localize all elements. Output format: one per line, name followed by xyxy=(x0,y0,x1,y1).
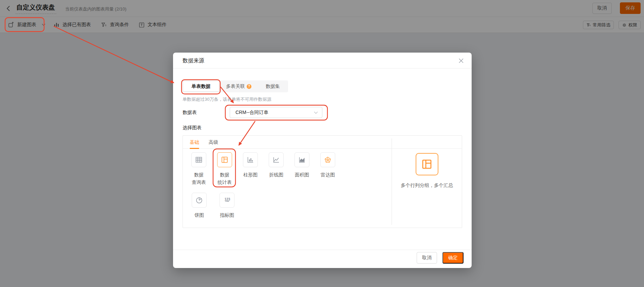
tab-single-table-label: 单表数据 xyxy=(192,83,211,90)
preview-icon-box xyxy=(416,153,438,175)
modal-cancel-button[interactable]: 取消 xyxy=(417,252,437,264)
tab-dataset[interactable]: 数据集 xyxy=(259,81,287,91)
close-button[interactable] xyxy=(458,58,464,64)
chart-picker: 基础 高级 数据查询表 数据统计表 xyxy=(183,135,462,228)
chart-type-column[interactable]: 柱形图 xyxy=(238,152,263,178)
chart-type-radar[interactable]: 雷达图 xyxy=(315,152,341,178)
chevron-down-icon xyxy=(314,111,318,114)
chart-type-pie[interactable]: 饼图 xyxy=(186,193,212,219)
chart-type-label: 面积图 xyxy=(289,171,315,178)
area-chart-icon xyxy=(298,156,306,164)
data-source-tabs: 单表数据 多表关联 ? 数据集 xyxy=(182,80,288,92)
chart-type-label: 统计表 xyxy=(212,178,238,186)
tab-basic[interactable]: 基础 xyxy=(190,136,199,149)
stats-table-icon xyxy=(421,158,433,170)
line-chart-icon xyxy=(272,156,280,164)
tab-single-table[interactable]: 单表数据 xyxy=(183,81,219,91)
chart-type-label: 指标图 xyxy=(214,211,240,219)
chart-type-label: 饼图 xyxy=(186,211,212,219)
data-table-select[interactable]: CRM--合同订单 xyxy=(230,107,322,118)
help-badge-icon[interactable]: ? xyxy=(247,84,251,89)
chart-type-line[interactable]: 折线图 xyxy=(263,152,289,178)
chart-type-label: 折线图 xyxy=(263,171,289,178)
chart-type-area[interactable]: 面积图 xyxy=(289,152,315,178)
chart-type-preview: 多个行列分组，多个汇总 xyxy=(392,136,462,228)
divider xyxy=(173,250,472,250)
choose-chart-label: 选择图表 xyxy=(183,125,202,131)
svg-text:123: 123 xyxy=(225,197,230,201)
chart-type-label: 查询表 xyxy=(186,178,212,186)
column-chart-icon xyxy=(246,156,254,164)
close-icon xyxy=(459,58,463,63)
helper-text: 单数据超过30万条，该表单将不可用作数据源 xyxy=(183,96,271,102)
chart-type-label: 数据 xyxy=(186,171,212,178)
pie-chart-icon xyxy=(195,196,203,204)
data-table-select-value: CRM--合同订单 xyxy=(235,110,314,116)
chart-type-metric[interactable]: 123 指标图 xyxy=(214,193,240,219)
chart-type-data-stats-table[interactable]: 数据统计表 xyxy=(212,152,238,186)
chart-type-data-query-table[interactable]: 数据查询表 xyxy=(186,152,212,186)
modal-title: 数据来源 xyxy=(183,53,204,69)
tab-advanced[interactable]: 高级 xyxy=(209,136,218,149)
radar-chart-icon xyxy=(324,156,332,164)
chart-type-label: 数据 xyxy=(212,171,238,178)
modal-header: 数据来源 xyxy=(173,53,472,69)
table-icon xyxy=(195,156,203,164)
tab-multi-table[interactable]: 多表关联 ? xyxy=(219,81,259,91)
tab-multi-table-label: 多表关联 xyxy=(226,83,245,90)
metric-icon: 123 xyxy=(223,196,231,204)
chart-type-label: 柱形图 xyxy=(238,171,263,178)
data-source-modal: 数据来源 单表数据 多表关联 ? 数据集 单数据超过30万条，该表单将不可用作数… xyxy=(173,53,472,268)
modal-confirm-button[interactable]: 确定 xyxy=(442,252,463,264)
stats-table-icon xyxy=(221,156,229,164)
chart-type-label: 雷达图 xyxy=(315,171,341,178)
preview-caption: 多个行列分组，多个汇总 xyxy=(401,183,453,189)
tab-dataset-label: 数据集 xyxy=(266,83,280,90)
data-table-label: 数据表 xyxy=(183,107,197,118)
